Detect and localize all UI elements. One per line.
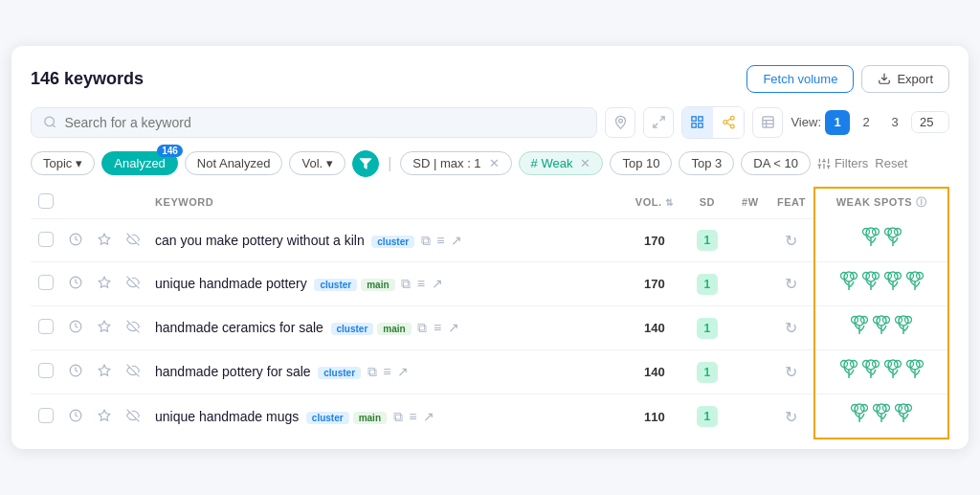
filter-funnel-btn[interactable] [352,150,379,177]
reset-button[interactable]: Reset [875,156,907,170]
row-wf-cell [731,218,769,262]
svg-marker-94 [99,410,110,420]
eye-slash-icon[interactable] [126,409,140,422]
search-input[interactable] [64,115,585,130]
row-checkbox[interactable] [38,408,54,423]
row-checkbox[interactable] [38,275,54,290]
analyzed-filter[interactable]: Analyzed 146 [101,151,177,175]
table-view-btn[interactable] [752,107,783,138]
view-page-1[interactable]: 1 [825,110,850,135]
weak-spot-icon [894,315,913,341]
keyword-text: handmade ceramics for sale [155,320,323,335]
star-icon[interactable] [98,320,111,333]
star-icon[interactable] [98,409,111,422]
external-link-icon[interactable]: ↗ [451,233,462,248]
weak-spots-info-icon[interactable]: ⓘ [916,196,927,208]
group-view-btn[interactable] [682,107,713,138]
table-row: unique handmade pottery clustermain ⧉ ≡ … [31,262,948,306]
weak-close-icon[interactable]: ✕ [580,156,590,170]
list-icon[interactable]: ≡ [383,364,390,379]
refresh-icon[interactable]: ↻ [785,364,797,380]
view-label: View: [791,115,821,129]
eye-slash-icon[interactable] [126,233,140,246]
view-page-2[interactable]: 2 [854,110,879,135]
not-analyzed-filter[interactable]: Not Analyzed [185,151,283,175]
time-icon[interactable] [69,364,82,377]
weak-filter[interactable]: # Weak ✕ [519,151,604,175]
eye-slash-icon[interactable] [126,320,140,333]
export-button[interactable]: Export [861,65,949,93]
refresh-icon[interactable]: ↻ [785,233,797,249]
top3-filter[interactable]: Top 3 [679,151,734,175]
copy-icon[interactable]: ⧉ [393,409,403,424]
keyword-text: unique handmade pottery [155,276,307,291]
time-icon[interactable] [69,409,82,422]
weak-spot-icon [872,403,891,429]
copy-icon[interactable]: ⧉ [401,276,411,291]
view-page-3[interactable]: 3 [882,110,907,135]
tag-cluster: cluster [331,323,374,335]
row-time-cell [61,306,90,350]
topic-filter[interactable]: Topic ▾ [31,151,95,175]
row-star-cell [90,394,119,439]
time-icon[interactable] [69,276,82,289]
col-time [61,188,90,219]
sd-filter[interactable]: SD | max : 1 ✕ [400,151,511,175]
star-icon[interactable] [98,233,111,246]
vol-value: 140 [644,321,665,335]
row-wf-cell [731,394,769,439]
list-icon[interactable]: ≡ [434,320,441,335]
refresh-icon[interactable]: ↻ [785,276,797,292]
table-row: handmade ceramics for sale clustermain ⧉… [31,306,948,350]
row-keyword-cell: unique handmade mugs clustermain ⧉ ≡ ↗ [147,394,626,439]
list-icon[interactable]: ≡ [417,276,425,291]
filters-btn[interactable]: Filters [817,156,868,170]
vol-filter[interactable]: Vol. ▾ [289,151,345,175]
svg-line-4 [660,117,664,121]
row-checkbox[interactable] [38,363,54,378]
location-icon-btn[interactable] [605,107,635,138]
top10-filter[interactable]: Top 10 [610,151,672,175]
row-feat-cell: ↻ [769,350,814,394]
eye-slash-icon[interactable] [126,364,140,377]
row-checkbox[interactable] [38,232,54,247]
weak-spot-icon [850,403,869,429]
external-link-icon[interactable]: ↗ [423,409,434,424]
row-keyword-cell: can you make pottery without a kiln clus… [147,218,626,262]
time-icon[interactable] [69,320,82,333]
svg-marker-19 [360,159,371,169]
share-view-btn[interactable] [713,107,744,138]
time-icon[interactable] [69,233,82,246]
svg-rect-8 [692,124,696,127]
da-filter[interactable]: DA < 10 [741,151,811,175]
collapse-icon-btn[interactable] [643,107,674,138]
copy-icon[interactable]: ⧉ [421,233,431,248]
per-page-select[interactable]: 25 50 100 [911,111,949,133]
star-icon[interactable] [98,276,111,289]
list-icon[interactable]: ≡ [436,233,444,248]
refresh-icon[interactable]: ↻ [785,409,797,425]
sd-close-icon[interactable]: ✕ [489,156,500,170]
copy-icon[interactable]: ⧉ [368,364,377,379]
external-link-icon[interactable]: ↗ [448,320,459,335]
row-checkbox-cell [31,394,61,439]
list-icon[interactable]: ≡ [409,409,416,424]
external-link-icon[interactable]: ↗ [397,364,409,379]
row-weak-spots-cell [814,306,948,350]
fetch-volume-button[interactable]: Fetch volume [746,65,854,93]
weak-spots-icons [823,359,940,385]
col-sd: SD [683,188,731,219]
row-sd-cell: 1 [683,262,731,306]
copy-icon[interactable]: ⧉ [417,320,427,335]
weak-spot-icon [861,227,880,253]
table-row: handmade pottery for sale cluster ⧉ ≡ ↗ … [31,350,948,394]
weak-spot-icon [883,271,902,297]
row-visibility-cell [119,218,147,262]
refresh-icon[interactable]: ↻ [785,320,797,336]
vol-sort-icon[interactable]: ⇅ [665,197,674,208]
external-link-icon[interactable]: ↗ [432,276,443,291]
star-icon[interactable] [98,364,111,377]
select-all-checkbox[interactable] [38,193,54,209]
eye-slash-icon[interactable] [126,276,140,289]
row-checkbox[interactable] [38,319,54,334]
